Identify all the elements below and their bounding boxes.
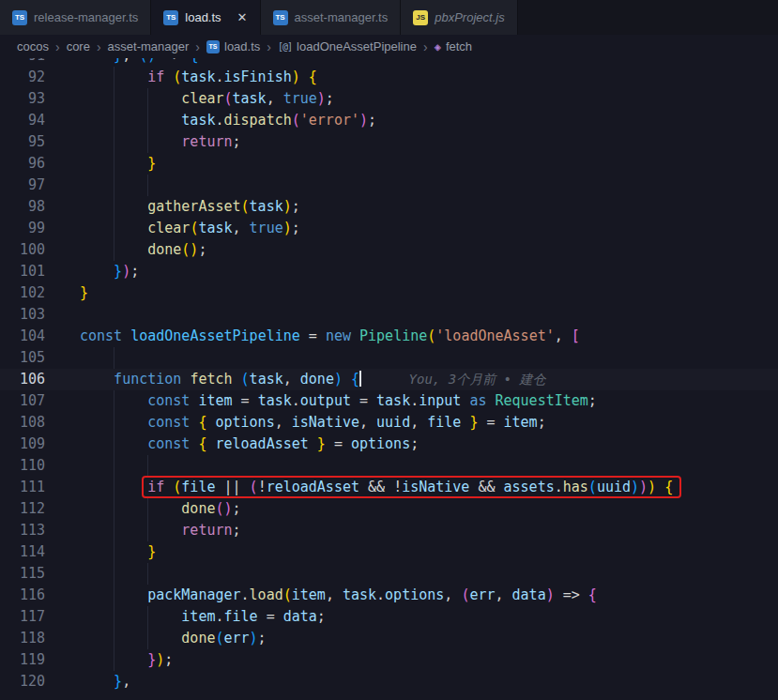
token: true: [283, 90, 317, 107]
ts-file-icon: TS: [273, 10, 288, 25]
line-number: 120: [0, 671, 45, 692]
line-number: 105: [0, 347, 45, 369]
breadcrumb-item-core[interactable]: core: [67, 39, 90, 53]
breadcrumb-item-load.ts[interactable]: TSload.ts: [206, 39, 260, 53]
indent-guide: [147, 88, 181, 110]
code-line-100[interactable]: 100done();: [0, 239, 778, 261]
code-line-112[interactable]: 112done();: [0, 498, 778, 520]
line-number: 104: [0, 326, 45, 347]
token: =: [478, 414, 503, 431]
code-line-111[interactable]: 111if (file || (!reloadAsset && !isNativ…: [0, 477, 778, 498]
tab-label: release-manager.ts: [34, 10, 138, 24]
indent-guide: [80, 434, 114, 455]
line-number: 115: [0, 563, 45, 585]
code-line-110[interactable]: 110: [0, 455, 778, 477]
token: Pipeline: [359, 327, 427, 344]
tab-load.ts[interactable]: TSload.ts✕: [151, 0, 260, 35]
token: =: [351, 392, 376, 409]
code-line-109[interactable]: 109const { reloadAsset } = options;: [0, 434, 778, 455]
code-line-102[interactable]: 102}: [0, 282, 778, 304]
breadcrumb-item-cocos[interactable]: cocos: [17, 39, 49, 53]
token: .: [410, 392, 419, 409]
code-line-93[interactable]: 93clear(task, true);: [0, 88, 778, 110]
token: (): [181, 241, 198, 258]
code-line-108[interactable]: 108const { options, isNative, uuid, file…: [0, 412, 778, 434]
tab-asset-manager.ts[interactable]: TSasset-manager.ts: [261, 0, 402, 35]
token: !: [393, 479, 402, 495]
indent-guide: [80, 261, 114, 282]
token: !: [258, 479, 267, 495]
breadcrumb-separator: ›: [55, 39, 60, 54]
code-line-103[interactable]: 103: [0, 304, 778, 326]
token: [164, 68, 173, 85]
code-line-91[interactable]: 91}, () => {: [0, 58, 778, 67]
code-line-118[interactable]: 118done(err);: [0, 628, 778, 649]
line-number: 110: [0, 455, 45, 477]
breadcrumb-item-loadOneAssetPipeline[interactable]: [@]loadOneAssetPipeline: [278, 39, 417, 53]
token: [343, 371, 351, 388]
token: isFinish: [224, 68, 292, 85]
tab-pbxProject.js[interactable]: JSpbxProject.js: [401, 0, 517, 35]
close-icon[interactable]: ✕: [237, 10, 248, 24]
code-line-107[interactable]: 107const item = task.output = task.input…: [0, 390, 778, 412]
indent-guide: [114, 628, 147, 649]
token: {: [588, 586, 597, 603]
token: ;: [588, 392, 597, 409]
code-line-99[interactable]: 99clear(task, true);: [0, 218, 778, 239]
code-line-96[interactable]: 96}: [0, 153, 778, 175]
token: (: [283, 586, 292, 603]
indent-guide: [114, 196, 147, 218]
token: {: [664, 479, 673, 495]
code-line-104[interactable]: 104const loadOneAssetPipeline = new Pipe…: [0, 326, 778, 347]
token: const: [147, 392, 190, 409]
code-text: done();: [147, 239, 206, 261]
token: ): [334, 371, 343, 388]
code-line-115[interactable]: 115: [0, 563, 778, 585]
code-text: if (task.isFinish) {: [147, 67, 317, 88]
code-line-106[interactable]: 106function fetch (task, done) {You, 3个月…: [0, 369, 778, 390]
line-number: 107: [0, 390, 45, 412]
indent-guide: [114, 606, 147, 628]
token: .: [376, 586, 385, 603]
token: [309, 435, 317, 452]
token: ,: [283, 371, 300, 388]
code-line-95[interactable]: 95return;: [0, 131, 778, 153]
code-line-92[interactable]: 92if (task.isFinish) {: [0, 67, 778, 88]
breadcrumb-separator: ›: [195, 39, 200, 54]
code-line-113[interactable]: 113return;: [0, 520, 778, 541]
breadcrumb-item-fetch[interactable]: ◈fetch: [435, 39, 472, 53]
code-text: gatherAsset(task);: [147, 196, 300, 218]
indent-guide: [80, 455, 114, 477]
code-line-116[interactable]: 116packManager.load(item, task.options, …: [0, 585, 778, 606]
code-line-105[interactable]: 105: [0, 347, 778, 369]
code-text: const loadOneAssetPipeline = new Pipelin…: [80, 326, 580, 347]
token: ,: [326, 586, 343, 603]
code-line-120[interactable]: 120},: [0, 671, 778, 692]
indent-guide: [80, 498, 114, 520]
code-line-101[interactable]: 101});: [0, 261, 778, 282]
code-line-117[interactable]: 117item.file = data;: [0, 606, 778, 628]
token: dispatch: [223, 112, 291, 129]
line-number: 111: [0, 477, 45, 498]
token: (: [223, 90, 232, 107]
token: err: [469, 586, 495, 603]
line-content: const { reloadAsset } = options;: [45, 434, 778, 455]
token: file: [427, 414, 461, 431]
code-line-114[interactable]: 114}: [0, 541, 778, 563]
code-line-94[interactable]: 94task.dispatch('error');: [0, 110, 778, 131]
token: true: [250, 220, 283, 236]
tab-release-manager.ts[interactable]: TSrelease-manager.ts: [0, 0, 151, 35]
editor[interactable]: 91}, () => {92if (task.isFinish) {93clea…: [0, 58, 778, 700]
symbol-variable-icon: [@]: [278, 41, 292, 52]
breadcrumb-item-asset-manager[interactable]: asset-manager: [108, 39, 190, 53]
code-line-119[interactable]: 119});: [0, 649, 778, 671]
code-line-97[interactable]: 97: [0, 175, 778, 196]
token: ;: [233, 133, 241, 150]
token: options: [215, 414, 274, 431]
breadcrumb-separator: ›: [267, 39, 271, 54]
token: (: [173, 479, 181, 495]
token: [164, 479, 173, 495]
line-number: 92: [0, 67, 45, 88]
indent-guide: [80, 585, 114, 606]
code-line-98[interactable]: 98gatherAsset(task);: [0, 196, 778, 218]
